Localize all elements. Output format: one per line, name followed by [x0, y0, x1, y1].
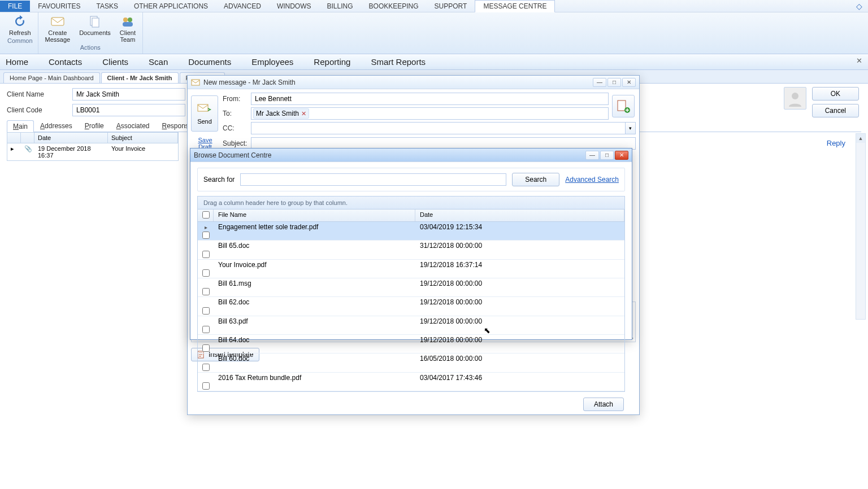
maximize-button[interactable]: □: [600, 151, 614, 160]
top-menu-item-message-centre[interactable]: MESSAGE CENTRE: [475, 0, 555, 12]
scrollbar[interactable]: ▲: [856, 133, 866, 320]
document-row[interactable]: ▸Engagement letter sole trader.pdf03/04/…: [198, 222, 624, 241]
detail-tab-addresses[interactable]: Addresses: [34, 120, 79, 132]
file-menu[interactable]: FILE: [0, 1, 30, 12]
message-icon: [191, 78, 200, 87]
top-menu-item-billing[interactable]: BILLING: [319, 1, 361, 12]
attach-icon: [615, 98, 631, 114]
cc-field[interactable]: [251, 122, 626, 134]
subject-header[interactable]: Subject: [108, 133, 178, 143]
detail-tab-main[interactable]: Main: [7, 120, 34, 132]
documents-icon: [87, 15, 103, 28]
client-code-label: Client Code: [7, 106, 63, 114]
detail-tab-profile[interactable]: Profile: [79, 120, 110, 132]
row-checkbox[interactable]: [198, 260, 214, 278]
minimize-button[interactable]: —: [593, 78, 606, 87]
row-checkbox[interactable]: [198, 373, 214, 391]
attach-button[interactable]: Attach: [583, 398, 624, 411]
new-message-titlebar[interactable]: New message - Mr Jack Smith — □ ✕: [188, 76, 639, 89]
detail-tab-associated[interactable]: Associated: [110, 120, 156, 132]
row-checkbox[interactable]: [198, 278, 214, 296]
close-tab-icon[interactable]: ✕: [856, 56, 862, 65]
top-menu-item-tasks[interactable]: TASKS: [88, 1, 125, 12]
minimize-button[interactable]: —: [585, 151, 599, 160]
row-checkbox[interactable]: [198, 241, 214, 259]
page-tab[interactable]: Home Page - Main Dashboard: [3, 72, 100, 83]
document-row[interactable]: Bill 60.doc16/05/2018 00:00:00: [198, 353, 624, 372]
row-date: 03/04/2019 12:15:34: [415, 222, 624, 240]
group-by-hint[interactable]: Drag a column header here to group by th…: [198, 197, 624, 209]
flag-col[interactable]: [21, 133, 34, 143]
refresh-button[interactable]: Refresh: [5, 12, 36, 36]
client-name-field[interactable]: [72, 88, 185, 101]
nav-home[interactable]: Home: [6, 57, 28, 67]
document-row[interactable]: Bill 61.msg19/12/2018 00:00:00: [198, 278, 624, 297]
advanced-search-link[interactable]: Advanced Search: [565, 176, 619, 184]
nav-documents[interactable]: Documents: [188, 57, 231, 67]
nav-clients[interactable]: Clients: [102, 57, 128, 67]
search-input[interactable]: [240, 173, 506, 186]
remove-recipient-icon[interactable]: ✕: [301, 110, 306, 117]
row-checkbox[interactable]: [198, 353, 214, 372]
reply-link[interactable]: Reply: [827, 139, 845, 147]
cancel-button[interactable]: Cancel: [812, 104, 859, 117]
search-button[interactable]: Search: [512, 173, 559, 186]
page-tab[interactable]: Client - Mr Jack Smith: [101, 72, 179, 83]
document-row[interactable]: Bill 64.doc19/12/2018 00:00:00: [198, 335, 624, 353]
documents-button[interactable]: Documents: [75, 12, 115, 43]
browse-document-window: Browse Document Centre — □ ✕ Search for …: [190, 148, 632, 340]
to-field[interactable]: Mr Jack Smith ✕: [251, 107, 609, 120]
close-button[interactable]: ✕: [622, 78, 636, 87]
browse-titlebar[interactable]: Browse Document Centre — □ ✕: [190, 149, 632, 162]
row-date: 19/12/2018 00:00:00: [415, 335, 624, 353]
nav-reporting[interactable]: Reporting: [314, 57, 350, 67]
document-row[interactable]: 2016 Tax Return bundle.pdf03/04/2017 17:…: [198, 373, 624, 391]
maximize-button[interactable]: □: [607, 78, 621, 87]
nav-employees[interactable]: Employees: [251, 57, 293, 67]
help-icon[interactable]: ◇: [850, 2, 868, 11]
ribbon: Refresh Common Create Message Documents: [0, 12, 868, 54]
select-all-checkbox[interactable]: [198, 209, 214, 221]
row-filename: Bill 65.doc: [214, 241, 415, 259]
top-menu-item-support[interactable]: SUPPORT: [427, 1, 475, 12]
row-checkbox[interactable]: [198, 335, 214, 353]
document-row[interactable]: Your Invoice.pdf19/12/2018 16:37:14: [198, 260, 624, 278]
row-date: 19/12/2018 00:00:00: [415, 297, 624, 315]
client-team-button[interactable]: Client Team: [115, 12, 140, 43]
date-header[interactable]: Date: [34, 133, 108, 143]
close-button[interactable]: ✕: [615, 151, 628, 160]
nav-scan[interactable]: Scan: [149, 57, 168, 67]
row-checkbox[interactable]: ▸: [198, 222, 214, 240]
svg-rect-0: [51, 18, 64, 25]
document-row[interactable]: Bill 62.doc19/12/2018 00:00:00: [198, 297, 624, 316]
attach-col[interactable]: [7, 133, 21, 143]
cc-dropdown-icon[interactable]: ▾: [626, 122, 636, 134]
row-checkbox[interactable]: [198, 297, 214, 315]
from-field[interactable]: [251, 93, 609, 105]
scroll-up-icon[interactable]: ▲: [856, 134, 865, 143]
nav-smart-reports[interactable]: Smart Reports: [371, 57, 426, 67]
top-menu-item-favourites[interactable]: FAVOURITES: [30, 1, 88, 12]
create-message-button[interactable]: Create Message: [41, 12, 75, 43]
document-row[interactable]: Bill 63.pdf19/12/2018 00:00:00: [198, 316, 624, 335]
row-checkbox[interactable]: [198, 316, 214, 334]
top-menu-item-other-applications[interactable]: OTHER APPLICATIONS: [126, 1, 216, 12]
top-menu-item-advanced[interactable]: ADVANCED: [216, 1, 269, 12]
filename-header[interactable]: File Name: [214, 209, 415, 221]
top-menu-item-windows[interactable]: WINDOWS: [269, 1, 319, 12]
nav-contacts[interactable]: Contacts: [49, 57, 82, 67]
to-recipient-chip[interactable]: Mr Jack Smith ✕: [253, 108, 309, 119]
attach-document-button[interactable]: [612, 95, 635, 117]
client-code-field[interactable]: [72, 104, 185, 116]
from-label: From:: [223, 95, 248, 103]
document-row[interactable]: Bill 65.doc31/12/2018 00:00:00: [198, 241, 624, 259]
message-row[interactable]: ▸ 📎 19 December 2018 16:37 Your Invoice: [7, 143, 178, 160]
attachment-icon: 📎: [21, 143, 34, 160]
top-menu-item-bookkeeping[interactable]: BOOKKEEPING: [361, 1, 427, 12]
row-filename: Your Invoice.pdf: [214, 260, 415, 278]
cc-label: CC:: [223, 124, 248, 132]
date-header[interactable]: Date: [415, 209, 624, 221]
send-button[interactable]: Send: [191, 95, 218, 132]
ok-button[interactable]: OK: [812, 87, 859, 101]
row-date: 16/05/2018 00:00:00: [415, 353, 624, 372]
